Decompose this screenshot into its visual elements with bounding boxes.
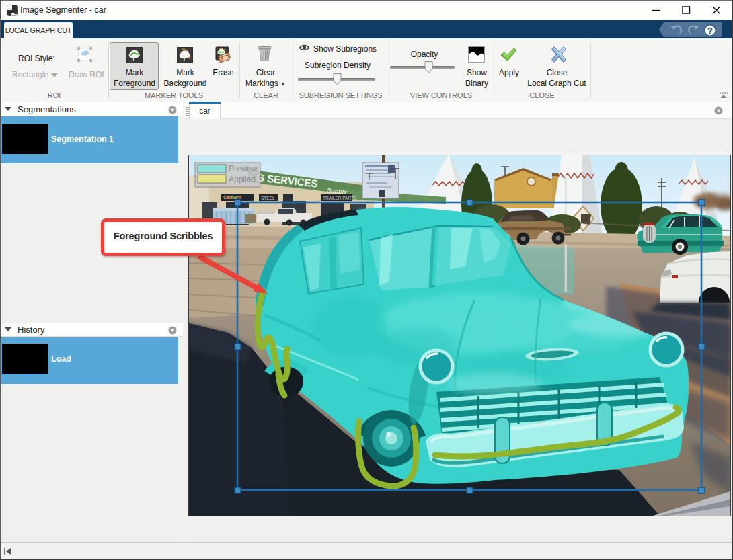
svg-text:?: ? [707, 26, 713, 36]
svg-text:Carhartt: Carhartt [223, 195, 242, 200]
svg-text:STEEL: STEEL [261, 196, 275, 200]
svg-text:Applied: Applied [229, 175, 256, 184]
svg-text:TRAILER PARTS: TRAILER PARTS [323, 196, 357, 200]
svg-text:Preview: Preview [229, 164, 258, 173]
